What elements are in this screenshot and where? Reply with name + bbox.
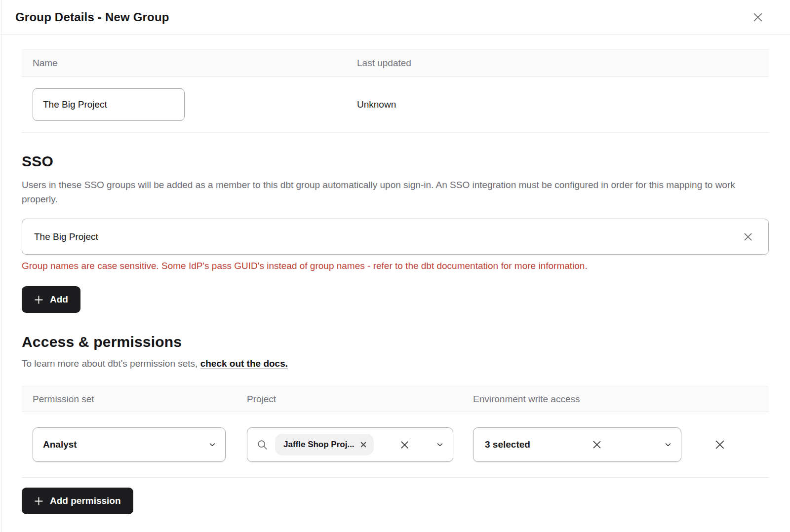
close-button[interactable] <box>750 9 766 26</box>
last-updated-value: Unknown <box>357 99 758 110</box>
remove-permission-row-button[interactable] <box>713 438 727 452</box>
permissions-table-header: Permission set Project Environment write… <box>22 386 769 412</box>
permissions-table: Permission set Project Environment write… <box>22 386 769 478</box>
project-clear-button[interactable] <box>397 438 412 452</box>
access-permissions-heading: Access & permissions <box>22 333 769 351</box>
group-table-header: Name Last updated <box>22 50 769 77</box>
modal-content: Name Last updated Unknown SSO Users in t… <box>0 49 790 514</box>
environment-selected-value: 3 selected <box>485 439 530 450</box>
search-icon <box>256 439 269 451</box>
sso-group-field <box>22 219 769 255</box>
add-sso-group-label: Add <box>50 294 68 305</box>
add-permission-label: Add permission <box>50 495 121 506</box>
environment-write-access-select[interactable]: 3 selected <box>473 427 681 462</box>
docs-link[interactable]: check out the docs. <box>200 358 288 369</box>
project-tag-label: Jaffle Shop Proj... <box>283 440 355 450</box>
sso-error-text: Group names are case sensitive. Some IdP… <box>22 260 769 272</box>
chevron-down-icon[interactable] <box>664 441 672 449</box>
permission-set-select[interactable]: Analyst <box>33 427 226 462</box>
sso-heading: SSO <box>22 152 769 171</box>
permission-set-value: Analyst <box>43 439 77 450</box>
name-column-header: Name <box>33 58 357 69</box>
chevron-down-icon[interactable] <box>436 441 444 449</box>
group-table-row: Unknown <box>22 77 769 133</box>
clear-icon <box>742 230 754 243</box>
docs-intro: To learn more about dbt's permission set… <box>22 358 769 369</box>
group-name-input[interactable] <box>33 88 185 121</box>
docs-intro-text: To learn more about dbt's permission set… <box>22 358 200 369</box>
sso-group-input[interactable] <box>34 231 740 242</box>
environment-clear-button[interactable] <box>590 437 604 452</box>
modal-left-edge <box>1 0 2 532</box>
add-permission-button[interactable]: Add permission <box>22 488 133 514</box>
sso-group-clear-button[interactable] <box>740 228 756 245</box>
modal-header: Group Details - New Group <box>0 0 790 35</box>
project-tag-remove-icon[interactable] <box>360 442 366 448</box>
project-multiselect[interactable]: Jaffle Shop Proj... <box>247 427 453 462</box>
group-info-table: Name Last updated Unknown <box>22 49 769 133</box>
project-column-header: Project <box>247 394 473 405</box>
page-title: Group Details - New Group <box>15 10 169 24</box>
permission-set-column-header: Permission set <box>33 394 247 405</box>
sso-description: Users in these SSO groups will be added … <box>22 178 769 206</box>
permission-row: Analyst Jaffle Shop Proj... <box>22 412 769 478</box>
plus-icon <box>34 295 43 304</box>
last-updated-column-header: Last updated <box>357 58 758 69</box>
environment-write-access-column-header: Environment write access <box>473 394 681 405</box>
project-tag: Jaffle Shop Proj... <box>275 434 374 456</box>
plus-icon <box>34 496 43 506</box>
add-sso-group-button[interactable]: Add <box>22 286 80 313</box>
chevron-down-icon <box>208 441 216 449</box>
close-icon <box>751 10 765 24</box>
